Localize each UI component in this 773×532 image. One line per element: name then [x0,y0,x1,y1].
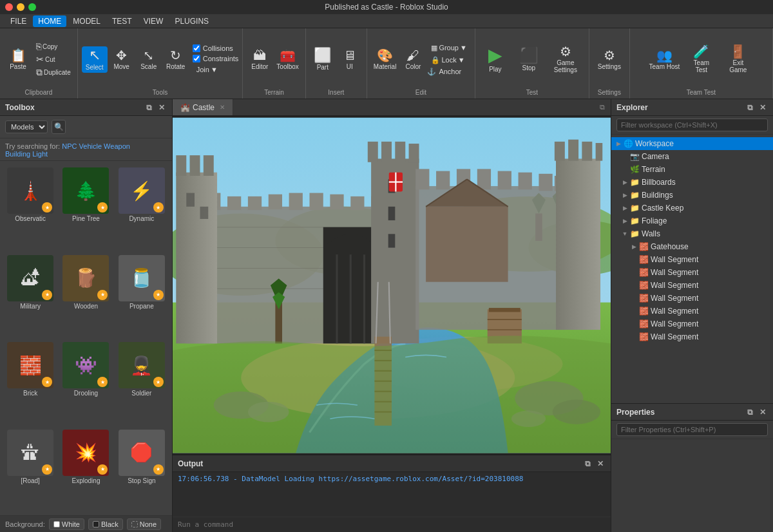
play-button[interactable]: ▶ Play [479,44,511,75]
move-button[interactable]: ✥ Move [109,47,135,72]
menu-file[interactable]: FILE [5,15,32,27]
explorer-filter-input[interactable] [616,119,768,131]
stop-button[interactable]: ⬛ Stop [513,46,545,73]
tree-item[interactable]: ▶ 🧱 Gatehouse [611,240,773,253]
tree-arrow[interactable]: ▶ [620,216,629,225]
tree-item[interactable]: 🌿 Terrain [611,163,773,176]
duplicate-button[interactable]: ⧉ Duplicate [33,66,73,78]
collisions-checkbox[interactable]: Collisions [193,44,239,53]
material-button[interactable]: 🎨 Material [371,47,399,72]
tree-arrow[interactable]: ▶ [614,139,623,148]
terrain-editor-button[interactable]: 🏔 Editor [247,47,272,72]
tree-item[interactable]: 🧱 Wall Segment [611,279,773,292]
color-button[interactable]: 🖌 Color [400,47,426,72]
copy-button[interactable]: ⎘ Copy [33,41,73,52]
output-close-button[interactable]: ✕ [595,459,606,469]
constraints-checkbox[interactable]: Constraints [193,54,239,63]
cut-button[interactable]: ✂ Cut [33,53,73,65]
properties-filter[interactable] [611,421,773,439]
toolbox-popout-button[interactable]: ⧉ [144,102,154,113]
collisions-check-input[interactable] [193,44,200,52]
join-dropdown[interactable]: Join ▼ [193,64,239,75]
model-item[interactable]: ⚡ ★ Dynamic [115,165,168,250]
tree-arrow[interactable]: ▶ [620,178,629,187]
viewport[interactable] [173,116,611,455]
maximize-button[interactable] [28,3,36,11]
close-button[interactable] [5,3,13,11]
suggestion-npc[interactable]: NPC [62,142,77,150]
tree-arrow[interactable] [620,165,629,174]
tree-item[interactable]: 🧱 Wall Segment [611,266,773,279]
model-item[interactable]: 🧱 ★ Brick [4,339,57,424]
model-item[interactable]: 🏕 ★ Military [4,252,57,337]
viewport-popout-button[interactable]: ⧉ [594,99,611,116]
suggestion-vehicle[interactable]: Vehicle [79,142,102,150]
bg-white-button[interactable]: White [49,518,84,530]
command-input[interactable] [178,520,606,529]
bg-black-button[interactable]: Black [88,518,123,530]
tree-arrow[interactable]: ▶ [620,191,629,200]
terrain-toolbox-button[interactable]: 🧰 Toolbox [274,47,301,72]
game-settings-button[interactable]: ⚙ Game Settings [546,43,585,75]
tree-arrow[interactable] [629,307,638,316]
tree-item[interactable]: 🧱 Wall Segment [611,318,773,330]
settings-button[interactable]: ⚙ Settings [593,47,625,72]
tree-arrow[interactable]: ▶ [620,204,629,213]
toolbox-search-button[interactable]: 🔍 [52,120,66,134]
explorer-popout-button[interactable]: ⧉ [745,102,755,113]
bg-none-button[interactable]: None [127,518,161,530]
output-popout-button[interactable]: ⧉ [582,459,593,469]
tree-item[interactable]: ▼ 📁 Walls [611,227,773,240]
menu-model[interactable]: MODEL [68,15,106,27]
model-item[interactable]: 🗼 ★ Observatic [4,165,57,250]
lock-dropdown[interactable]: 🔒 Lock ▼ [427,55,470,66]
tree-arrow[interactable] [629,281,638,290]
anchor-checkbox[interactable]: ⚓ Anchor [427,67,470,77]
tree-arrow[interactable] [629,294,638,303]
properties-close-button[interactable]: ✕ [758,407,768,417]
team-test-button[interactable]: 🧪 Team Test [683,43,719,75]
paste-button[interactable]: 📋 Paste [4,47,32,72]
exit-game-button[interactable]: 🚪 Exit Game [720,43,756,75]
tree-item[interactable]: 📷 Camera [611,150,773,163]
suggestion-weapon[interactable]: Weapon [104,142,130,150]
menu-test[interactable]: TEST [107,15,137,27]
select-button[interactable]: ↖ Select [82,46,108,73]
model-item[interactable]: 🛑 ★ Stop Sign [115,427,168,512]
suggestion-building[interactable]: Building [5,150,30,158]
explorer-filter[interactable] [611,116,773,135]
tree-arrow[interactable]: ▶ [629,242,638,251]
minimize-button[interactable] [17,3,24,11]
model-item[interactable]: 🛣 ★ [Road] [4,427,57,512]
model-item[interactable]: 💂 ★ Soldier [115,339,168,424]
tree-item[interactable]: 🧱 Wall Segment [611,292,773,305]
tree-item[interactable]: ▶ 📁 Buildings [611,189,773,202]
toolbox-category-dropdown[interactable]: Models [5,120,48,133]
tree-arrow[interactable] [629,332,638,341]
tree-arrow[interactable] [629,255,638,264]
output-command-bar[interactable] [173,517,611,532]
castle-tab[interactable]: 🏰 Castle ✕ [173,99,233,115]
tree-item[interactable]: ▶ 📁 Foliage [611,214,773,227]
tree-item[interactable]: ▶ 📁 Castle Keep [611,202,773,214]
properties-filter-input[interactable] [616,423,768,436]
tree-item[interactable]: ▶ 📁 Billboards [611,176,773,189]
castle-tab-close[interactable]: ✕ [220,104,225,111]
tree-arrow[interactable] [629,319,638,328]
group-dropdown[interactable]: ▦ Group ▼ [427,43,470,53]
tree-arrow[interactable] [629,268,638,277]
model-item[interactable]: 🫙 ★ Propane [115,252,168,337]
tree-item[interactable]: ▶ 🌐 Workspace [611,137,773,150]
scale-button[interactable]: ⤡ Scale [136,47,162,72]
toolbox-close-button[interactable]: ✕ [157,102,167,113]
tree-arrow[interactable]: ▼ [620,229,629,238]
model-item[interactable]: 💥 ★ Exploding [59,427,112,512]
menu-plugins[interactable]: PLUGINS [169,15,214,27]
team-host-button[interactable]: 👥 Team Host [647,47,683,72]
properties-popout-button[interactable]: ⧉ [745,407,755,417]
model-item[interactable]: 🪵 ★ Wooden [59,252,112,337]
tree-item[interactable]: 🧱 Wall Segment [611,330,773,343]
constraints-check-input[interactable] [193,55,200,62]
rotate-button[interactable]: ↻ Rotate [163,47,189,72]
ui-button[interactable]: 🖥 UI [337,47,363,72]
